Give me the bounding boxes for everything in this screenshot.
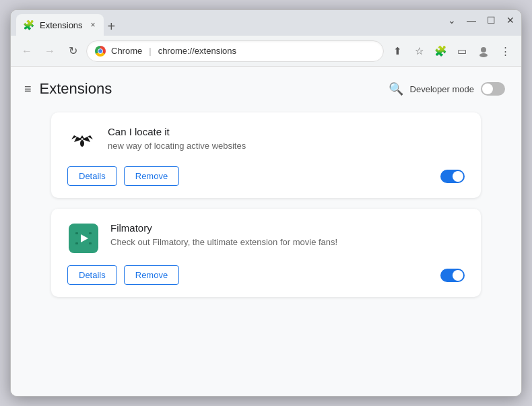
tab-label: Extensions [40, 20, 83, 30]
title-bar: 🧩 Extensions × + ⌄ — ☐ ✕ [11, 10, 521, 36]
filmatory-icon [67, 222, 100, 255]
extensions-button[interactable]: 🧩 [431, 42, 450, 61]
details-button[interactable]: Details [67, 265, 117, 285]
remove-button[interactable]: Remove [124, 265, 179, 285]
extension-name: Can I locate it [108, 126, 465, 137]
active-tab[interactable]: 🧩 Extensions × [16, 14, 104, 36]
svg-rect-4 [75, 232, 78, 234]
back-button[interactable]: ← [18, 42, 36, 61]
card-bottom: Details Remove [67, 166, 465, 186]
card-bottom: Details Remove [67, 265, 465, 285]
extension-toggle[interactable] [440, 269, 465, 282]
svg-point-1 [479, 53, 488, 57]
address-separator: | [149, 46, 151, 56]
maximize-button[interactable]: ☐ [487, 15, 496, 25]
chrome-menu-button[interactable]: ⋮ [496, 42, 514, 61]
window-controls: ⌄ — ☐ ✕ [448, 15, 514, 25]
svg-point-2 [80, 140, 84, 147]
bookmark-button[interactable]: ☆ [409, 42, 428, 61]
chevron-down-icon[interactable]: ⌄ [448, 15, 456, 25]
close-button[interactable]: ✕ [506, 15, 514, 25]
address-bar: ← → ↻ Chrome | chrome://extensions ⬆ ☆ 🧩… [11, 36, 521, 67]
extension-info: Can I locate it new way of locating acti… [108, 126, 465, 152]
header-right: 🔍 Developer mode [389, 81, 505, 96]
toolbar-icons: ⬆ ☆ 🧩 ▭ ⋮ [388, 42, 514, 61]
share-button[interactable]: ⬆ [388, 42, 407, 61]
developer-mode-label: Developer mode [410, 84, 474, 94]
extension-toggle[interactable] [440, 170, 465, 183]
forward-button[interactable]: → [40, 42, 59, 61]
extension-description: new way of locating active websites [108, 140, 465, 152]
card-top: Can I locate it new way of locating acti… [67, 126, 465, 156]
can-i-locate-it-icon [67, 126, 97, 156]
svg-rect-6 [75, 242, 78, 244]
url-text: chrome://extensions [158, 46, 375, 56]
extension-tab-icon: 🧩 [23, 20, 34, 30]
browser-window: 🧩 Extensions × + ⌄ — ☐ ✕ ← → ↻ Chrome | … [10, 9, 522, 397]
address-input[interactable]: Chrome | chrome://extensions [86, 40, 384, 62]
svg-rect-5 [89, 232, 92, 234]
extension-description: Check out Filmatory, the ultimate extens… [110, 236, 465, 248]
extension-name: Filmatory [110, 222, 465, 234]
new-tab-button[interactable]: + [108, 20, 116, 33]
chrome-label: Chrome [111, 46, 142, 56]
header-left: ≡ Extensions [24, 80, 112, 98]
remove-button[interactable]: Remove [124, 166, 179, 186]
card-top: Filmatory Check out Filmatory, the ultim… [67, 222, 465, 255]
details-button[interactable]: Details [67, 166, 117, 186]
minimize-button[interactable]: — [467, 15, 476, 25]
svg-point-0 [481, 47, 486, 53]
extension-card: Filmatory Check out Filmatory, the ultim… [51, 209, 481, 297]
profile-button[interactable] [474, 42, 493, 61]
page-title: Extensions [40, 80, 112, 98]
sidebar-button[interactable]: ▭ [453, 42, 471, 61]
extensions-list: Can I locate it new way of locating acti… [11, 106, 521, 310]
svg-rect-7 [89, 242, 92, 244]
extension-info: Filmatory Check out Filmatory, the ultim… [110, 222, 465, 248]
reload-button[interactable]: ↻ [63, 42, 82, 61]
chrome-logo-icon [95, 46, 106, 57]
tab-close-button[interactable]: × [91, 20, 96, 30]
extension-card: Can I locate it new way of locating acti… [51, 112, 481, 198]
hamburger-menu-icon[interactable]: ≡ [24, 82, 32, 96]
developer-mode-toggle[interactable] [481, 82, 505, 96]
search-icon[interactable]: 🔍 [389, 81, 403, 96]
extensions-header: ≡ Extensions 🔍 Developer mode [11, 67, 521, 106]
page-content: ≡ Extensions 🔍 Developer mode [11, 67, 521, 396]
